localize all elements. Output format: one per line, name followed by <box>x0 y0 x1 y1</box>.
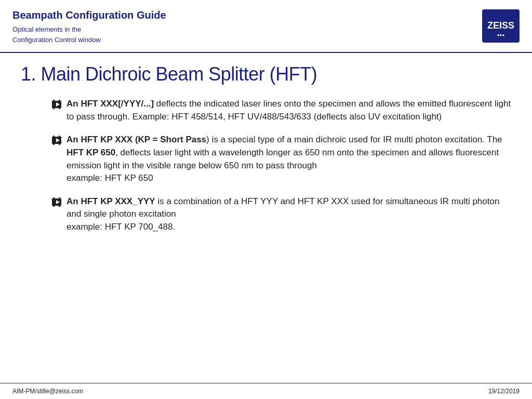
header: Beampath Configuration Guide Optical ele… <box>0 0 532 53</box>
list-item: An HFT KP XXX_YYY is a combination of a … <box>52 195 511 234</box>
film-icon-1 <box>52 99 63 109</box>
svg-rect-18 <box>59 197 60 200</box>
bullet-bold-2b: HFT KP 650 <box>66 148 115 157</box>
film-icon-2 <box>52 135 63 144</box>
svg-text:●●●: ●●● <box>497 33 505 37</box>
svg-rect-17 <box>53 205 55 207</box>
svg-rect-6 <box>59 100 60 102</box>
list-item: An HFT KP XXX (KP = Short Pass) is a spe… <box>52 134 511 185</box>
svg-text:ZEISS: ZEISS <box>487 20 514 31</box>
bullet-bold-1: An HFT XXX[/YYY/...] <box>66 99 154 109</box>
svg-rect-11 <box>53 143 55 145</box>
bullet-list: An HFT XXX[/YYY/...] deflects the indica… <box>52 98 511 234</box>
svg-rect-16 <box>53 197 55 200</box>
header-subtitle-line2: Configuration Control window <box>12 35 166 45</box>
svg-rect-10 <box>53 136 55 138</box>
header-subtitle-line1: Optical elements in the <box>12 24 166 35</box>
svg-rect-4 <box>53 100 55 102</box>
svg-rect-19 <box>59 205 60 207</box>
bullet-bold-3: An HFT KP XXX_YYY <box>66 196 155 206</box>
bullet-text-1: An HFT XXX[/YYY/...] deflects the indica… <box>66 98 511 123</box>
footer-email: AIM-PM/stille@zeiss.com <box>12 388 83 395</box>
bullet-text-3: An HFT KP XXX_YYY is a combination of a … <box>66 195 511 234</box>
page-heading: 1. Main Dichroic Beam Splitter (HFT) <box>21 63 511 85</box>
svg-rect-13 <box>59 143 60 145</box>
svg-rect-5 <box>53 107 55 109</box>
footer-date: 19/12/2019 <box>488 388 520 395</box>
bullet-bold-2a: An HFT KP XXX (KP = Short Pass <box>66 135 206 144</box>
svg-rect-7 <box>59 107 60 109</box>
header-title: Beampath Configuration Guide <box>12 9 166 21</box>
main-content: 1. Main Dichroic Beam Splitter (HFT) An … <box>0 53 532 383</box>
svg-rect-12 <box>59 136 60 138</box>
zeiss-logo: ZEISS ●●● <box>482 9 520 43</box>
list-item: An HFT XXX[/YYY/...] deflects the indica… <box>52 98 511 123</box>
bullet-text-2: An HFT KP XXX (KP = Short Pass) is a spe… <box>66 134 511 185</box>
film-icon-3 <box>52 197 63 206</box>
footer: AIM-PM/stille@zeiss.com 19/12/2019 <box>0 383 532 399</box>
header-left: Beampath Configuration Guide Optical ele… <box>12 9 166 45</box>
